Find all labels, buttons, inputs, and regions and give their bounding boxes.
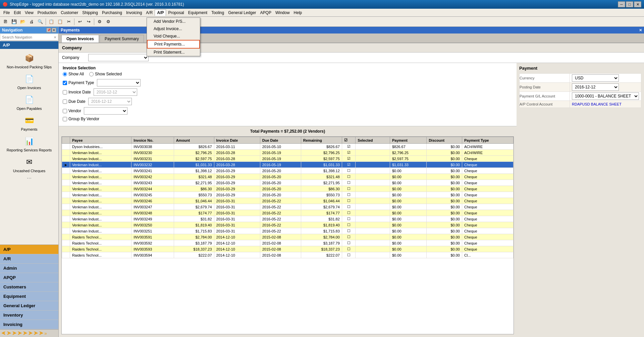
- search-navigation-input[interactable]: [2, 35, 54, 39]
- sidebar-nav-customers[interactable]: Customers: [0, 282, 58, 292]
- col-payment[interactable]: Payment: [390, 137, 426, 144]
- menu-file[interactable]: File: [1, 10, 12, 16]
- sidebar-nav-admin[interactable]: Admin: [0, 264, 58, 273]
- show-all-radio[interactable]: [63, 72, 67, 76]
- menu-general-ledger[interactable]: General Ledger: [226, 10, 258, 16]
- table-row[interactable]: Venkman Indust... INV003244 $86.30 2016-…: [62, 186, 514, 192]
- row-sel-checkbox[interactable]: ☐: [342, 210, 356, 216]
- sidebar-icon-payments[interactable]: 💳 Payments: [1, 113, 57, 133]
- sidebar-nav-invoicing[interactable]: Invoicing: [0, 320, 58, 329]
- sidebar-nav-apqp[interactable]: APQP: [0, 273, 58, 282]
- menu-ar[interactable]: A/R: [144, 10, 155, 16]
- menu-tooling[interactable]: Tooling: [209, 10, 226, 16]
- nav-expand-icon[interactable]: »: [44, 331, 47, 336]
- menu-shipping[interactable]: Shipping: [80, 10, 100, 16]
- row-sel-checkbox[interactable]: ☐: [342, 186, 356, 192]
- toolbar-copy[interactable]: 📋: [47, 18, 55, 26]
- toolbar-redo[interactable]: ↪: [85, 18, 93, 26]
- invoice-date-select[interactable]: 2016-12-12: [94, 88, 137, 96]
- table-row[interactable]: Venkman Indust... INV003242 $321.48 2016…: [62, 174, 514, 180]
- nav-forward-arrow5[interactable]: ⮞: [28, 331, 33, 336]
- col-invoice-no[interactable]: Invoice No.: [131, 137, 174, 144]
- toolbar-print[interactable]: 🖨: [28, 18, 36, 26]
- menu-print-payments[interactable]: Print Payments...: [147, 40, 200, 49]
- row-sel-checkbox[interactable]: ☐: [342, 204, 356, 210]
- row-sel-checkbox[interactable]: ☐: [342, 222, 356, 228]
- table-row[interactable]: Venkman Indust... INV003247 $2,679.74 20…: [62, 204, 514, 210]
- company-select[interactable]: [88, 54, 149, 61]
- table-row[interactable]: Venkman Indust... INV003243 $2,271.95 20…: [62, 180, 514, 186]
- row-sel-checkbox[interactable]: ☐: [342, 240, 356, 246]
- row-sel-checkbox[interactable]: ☐: [342, 216, 356, 222]
- col-discount[interactable]: Discount: [427, 137, 462, 144]
- sidebar-icon-non-invoiced[interactable]: 📦 Non-Invoiced Packing Slips: [1, 50, 57, 71]
- sidebar-nav-ap[interactable]: A/P: [0, 245, 58, 254]
- gl-account-select[interactable]: 1000-0001 - BALANCE SHEET: [572, 92, 639, 100]
- menu-add-vendor-ps[interactable]: Add Vendor P/S...: [147, 18, 200, 25]
- nav-back-arrow[interactable]: ⮜: [1, 331, 6, 336]
- table-row[interactable]: Venkman Indust... INV003248 $174.77 2016…: [62, 210, 514, 216]
- menu-edit[interactable]: Edit: [12, 10, 23, 16]
- nav-forward-arrow7[interactable]: ⮞: [39, 331, 44, 336]
- col-invoice-date[interactable]: Invoice Date: [214, 137, 260, 144]
- menu-print-statement[interactable]: Print Statement...: [147, 49, 200, 56]
- toolbar-new[interactable]: 🖹: [1, 18, 9, 26]
- sidebar-icon-open-payables[interactable]: 📄 Open Payables: [1, 92, 57, 113]
- payments-window-close[interactable]: ✕: [639, 28, 642, 32]
- row-sel-checkbox[interactable]: ☑: [342, 144, 356, 150]
- col-payee[interactable]: Payee: [70, 137, 131, 144]
- table-row[interactable]: Venkman Indust... INV003249 $31.82 2016-…: [62, 216, 514, 222]
- row-sel-checkbox[interactable]: ☐: [342, 198, 356, 204]
- toolbar-preview[interactable]: 🔍: [36, 18, 44, 26]
- row-sel-checkbox[interactable]: ☐: [342, 234, 356, 240]
- toolbar-undo[interactable]: ↩: [76, 18, 84, 26]
- nav-forward-arrow2[interactable]: ⮞: [12, 331, 17, 336]
- col-payment-type[interactable]: Payment Type: [462, 137, 513, 144]
- col-selected[interactable]: Selected: [356, 137, 390, 144]
- payment-type-checkbox[interactable]: [63, 81, 67, 85]
- menu-production[interactable]: Production: [36, 10, 59, 16]
- sidebar-icon-reporting[interactable]: 📊 Reporting Services Reports: [1, 133, 57, 154]
- table-row[interactable]: ► Venkman Indust... INV003232 $1,031.33 …: [62, 162, 514, 168]
- tab-open-invoices[interactable]: Open Invoices: [61, 35, 99, 43]
- toolbar-save[interactable]: 💾: [10, 18, 18, 26]
- col-due-date[interactable]: Due Date: [260, 137, 301, 144]
- menu-help[interactable]: Help: [292, 10, 304, 16]
- menu-apqp[interactable]: APQP: [258, 10, 273, 16]
- table-row[interactable]: Venkman Indust... INV003251 $1,715.83 20…: [62, 228, 514, 234]
- table-row[interactable]: Venkman Indust... INV003241 $1,398.12 20…: [62, 168, 514, 174]
- menu-customer[interactable]: Customer: [59, 10, 80, 16]
- posting-date-select[interactable]: 2016-12-12: [572, 83, 619, 91]
- sidebar-nav-general-ledger[interactable]: General Ledger: [0, 301, 58, 311]
- table-row[interactable]: Raiders Technol... INV003593 $18,337.23 …: [62, 246, 514, 252]
- menu-proposal[interactable]: Proposal: [166, 10, 186, 16]
- nav-forward-arrow4[interactable]: ⮞: [23, 331, 28, 336]
- nav-forward-arrow6[interactable]: ⮞: [34, 331, 38, 336]
- vendor-select[interactable]: [84, 107, 127, 115]
- due-date-select[interactable]: 2016-12-12: [88, 98, 132, 105]
- close-button[interactable]: ✕: [634, 1, 641, 7]
- menu-view[interactable]: View: [23, 10, 36, 16]
- show-selected-radio[interactable]: [89, 72, 94, 76]
- table-row[interactable]: Venkman Indust... INV003230 $2,796.25 20…: [62, 150, 514, 156]
- sidebar-pin-button[interactable]: 📌: [46, 28, 51, 32]
- row-sel-checkbox[interactable]: ☐: [342, 180, 356, 186]
- table-row[interactable]: Venkman Indust... INV003246 $1,046.44 20…: [62, 198, 514, 204]
- menu-void-cheque[interactable]: Void Cheque...: [147, 32, 200, 40]
- menu-invoicing[interactable]: Invoicing: [124, 10, 144, 16]
- menu-window[interactable]: Window: [273, 10, 292, 16]
- menu-adjust-invoice[interactable]: Adjust Invoice...: [147, 25, 200, 32]
- ap-control-link[interactable]: RDAPUSD BALANCE SHEET: [572, 102, 622, 106]
- tab-payment-summary[interactable]: Payment Summary: [100, 35, 144, 43]
- nav-forward-arrow3[interactable]: ⮞: [17, 331, 22, 336]
- row-sel-checkbox[interactable]: ☑: [342, 156, 356, 162]
- sidebar-icon-open-invoices[interactable]: 📄 Open Invoices: [1, 71, 57, 92]
- table-row[interactable]: Venkman Indust... INV003231 $2,597.75 20…: [62, 156, 514, 162]
- toolbar-cut[interactable]: ✂: [65, 18, 73, 26]
- row-sel-checkbox[interactable]: ☐: [342, 252, 356, 258]
- sidebar-nav-ar[interactable]: A/R: [0, 254, 58, 264]
- table-row[interactable]: Dyson Industries... INV003038 $826.67 20…: [62, 144, 514, 150]
- table-row[interactable]: Raiders Technol... INV003592 $3,187.79 2…: [62, 240, 514, 246]
- sidebar-icon-uncashed[interactable]: ✉ Uncashed Cheques: [1, 154, 57, 175]
- menu-equipment[interactable]: Equipment: [186, 10, 209, 16]
